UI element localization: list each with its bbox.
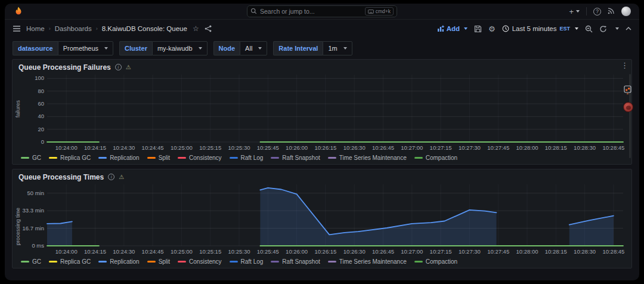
legend-swatch — [98, 261, 107, 263]
svg-text:10:28:15: 10:28:15 — [545, 248, 567, 255]
search-input[interactable] — [260, 8, 362, 15]
chevron-down-icon — [258, 47, 262, 50]
legend-item[interactable]: Replication — [98, 258, 139, 265]
svg-text:10:25:15: 10:25:15 — [199, 144, 221, 151]
legend-swatch — [49, 261, 57, 263]
legend-swatch — [271, 261, 279, 263]
panel-menu-button[interactable]: ⋮ — [621, 61, 628, 69]
legend-swatch — [178, 261, 186, 263]
svg-text:10:24:30: 10:24:30 — [113, 248, 135, 255]
filter-datasource-dropdown[interactable]: Prometheus — [58, 41, 113, 55]
svg-text:10:24:30: 10:24:30 — [113, 144, 135, 151]
add-panel-button[interactable]: Add — [437, 25, 467, 32]
svg-text:10:27:30: 10:27:30 — [459, 248, 481, 255]
refresh-icon[interactable] — [599, 25, 607, 33]
legend-item[interactable]: Raft Snapshot — [271, 155, 320, 161]
svg-text:10:24:45: 10:24:45 — [142, 248, 164, 255]
clock-icon — [502, 25, 509, 32]
warning-icon[interactable]: ⚠ — [126, 64, 131, 70]
hamburger-menu-icon[interactable] — [13, 25, 21, 32]
legend-item[interactable]: Time Series Maintenance — [328, 155, 407, 161]
svg-text:10:24:45: 10:24:45 — [142, 144, 164, 151]
legend-item[interactable]: Time Series Maintenance — [328, 258, 407, 265]
dashboard-settings-gear-icon[interactable]: ⚙ — [488, 24, 496, 33]
svg-text:10:26:00: 10:26:00 — [286, 248, 308, 255]
svg-text:10:27:00: 10:27:00 — [401, 248, 423, 255]
zoom-out-icon[interactable] — [585, 25, 593, 33]
new-menu-button[interactable]: + — [569, 7, 580, 16]
filter-cluster-dropdown[interactable]: my-kaiwudb — [152, 41, 208, 55]
legend-label: Raft Snapshot — [282, 155, 320, 161]
legend-swatch — [230, 157, 238, 159]
chevron-down-icon — [343, 47, 347, 50]
legend-item[interactable]: Raft Log — [230, 258, 264, 265]
svg-text:10:27:15: 10:27:15 — [430, 144, 452, 151]
refresh-interval-chevron-icon[interactable] — [615, 27, 619, 30]
svg-text:10:25:45: 10:25:45 — [257, 144, 279, 151]
filter-node-dropdown[interactable]: All — [240, 41, 267, 55]
svg-text:10:24:00: 10:24:00 — [55, 144, 78, 151]
chevron-down-icon — [104, 47, 108, 50]
svg-text:10:28:15: 10:28:15 — [545, 144, 567, 151]
collapse-chevron-up-icon[interactable] — [626, 27, 631, 30]
legend-item[interactable]: Replica GC — [49, 155, 91, 161]
filter-cluster: Cluster my-kaiwudb — [119, 41, 208, 55]
panel-title[interactable]: Queue Processing Times — [18, 173, 104, 181]
search-box[interactable]: cmd+k — [247, 5, 397, 17]
legend-item[interactable]: Compaction — [414, 258, 457, 265]
legend-label: Raft Log — [241, 155, 264, 161]
filter-rate-interval-dropdown[interactable]: 1m — [323, 41, 352, 55]
save-dashboard-icon[interactable] — [474, 25, 482, 33]
legend-label: Raft Log — [241, 258, 264, 265]
filter-datasource: datasource Prometheus — [13, 41, 113, 55]
svg-text:10:26:30: 10:26:30 — [343, 144, 366, 151]
favorite-star-icon[interactable]: ☆ — [193, 24, 199, 33]
legend-item[interactable]: Compaction — [414, 155, 457, 161]
svg-text:10:27:45: 10:27:45 — [487, 248, 509, 255]
legend-item[interactable]: Split — [147, 258, 170, 265]
breadcrumb-home[interactable]: Home — [26, 25, 45, 32]
legend-item[interactable]: Replication — [98, 155, 139, 161]
grafana-app: cmd+k + ? — [5, 4, 639, 280]
chevron-down-icon — [576, 10, 580, 13]
legend-item[interactable]: Consistency — [178, 258, 221, 265]
legend-item[interactable]: Consistency — [178, 155, 221, 161]
legend-item[interactable]: GC — [21, 258, 41, 265]
time-range-picker[interactable]: Last 5 minutes EST — [502, 25, 578, 32]
user-avatar[interactable] — [621, 7, 631, 16]
legend-item[interactable]: GC — [21, 155, 41, 161]
time-series-chart[interactable]: 10:24:0010:24:1510:24:3010:24:4510:25:00… — [15, 182, 629, 255]
svg-text:10:25:00: 10:25:00 — [171, 248, 193, 255]
extension-badge-icon[interactable] — [623, 102, 633, 112]
legend-item[interactable]: Split — [147, 155, 170, 161]
grafana-logo-icon[interactable] — [13, 6, 24, 17]
legend-item[interactable]: Replica GC — [49, 258, 91, 265]
legend-label: Replication — [110, 258, 139, 265]
share-icon[interactable] — [205, 25, 212, 32]
chart-legend: GCReplica GCReplicationSplitConsistencyR… — [13, 258, 631, 268]
filter-label: Rate Interval — [273, 41, 323, 55]
legend-label: Time Series Maintenance — [339, 155, 407, 161]
extension-grid-icon[interactable] — [624, 85, 631, 97]
panel-title[interactable]: Queue Processing Failures — [18, 63, 111, 72]
legend-item[interactable]: Raft Snapshot — [271, 258, 320, 265]
time-series-chart[interactable]: 10:24:0010:24:1510:24:3010:24:4510:25:00… — [15, 72, 629, 152]
help-icon[interactable]: ? — [593, 8, 601, 16]
legend-item[interactable]: Raft Log — [230, 155, 264, 161]
legend-label: Split — [159, 258, 170, 265]
svg-text:0 ms: 0 ms — [32, 242, 44, 249]
chevron-down-icon — [199, 47, 202, 50]
svg-text:40: 40 — [38, 113, 44, 119]
legend-swatch — [21, 261, 29, 263]
legend-label: Split — [159, 155, 170, 161]
svg-text:50 min: 50 min — [27, 190, 44, 196]
info-icon[interactable]: i — [115, 64, 122, 70]
legend-swatch — [98, 157, 107, 159]
breadcrumb-dashboards[interactable]: Dashboards — [55, 25, 92, 32]
legend-swatch — [230, 261, 238, 263]
breadcrumb-separator: › — [49, 26, 51, 32]
legend-label: Replication — [110, 155, 139, 161]
news-rss-icon[interactable] — [608, 6, 615, 17]
info-icon[interactable]: i — [108, 174, 114, 180]
warning-icon[interactable]: ⚠ — [119, 174, 124, 180]
